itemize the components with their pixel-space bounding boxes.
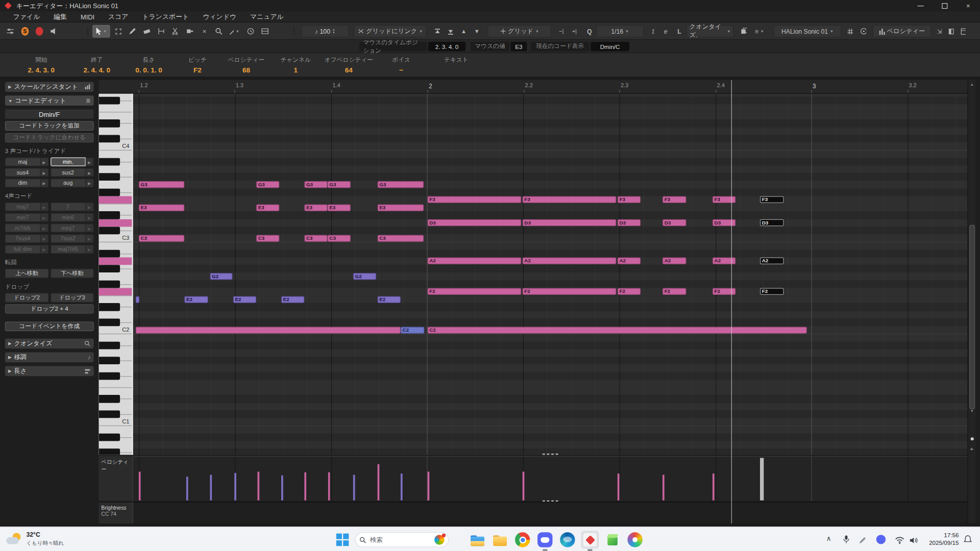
part-edit-mode-dropdown[interactable]: ≡▼ [751, 25, 768, 37]
inversion-button-上へ移動[interactable]: 上へ移動 [5, 269, 48, 278]
midi-note[interactable]: F2 [760, 288, 784, 295]
chord-button-arrow-icon[interactable]: ▶ [86, 168, 94, 177]
chord-button-arrow-icon[interactable]: ▶ [40, 234, 48, 243]
zoom-tool[interactable] [212, 25, 226, 37]
pinwheel-app-icon[interactable] [626, 531, 644, 548]
info-field[interactable]: 開始2. 4. 3. 0 [12, 56, 70, 73]
velocity-bar[interactable] [234, 473, 236, 500]
info-field[interactable]: 終了2. 4. 4. 0 [70, 56, 124, 73]
menu-item-4[interactable]: トランスポート [135, 11, 196, 22]
chord-button-arrow-icon[interactable]: ▶ [86, 203, 94, 211]
nudge-up-icon[interactable] [431, 25, 444, 37]
info-field[interactable]: ピッチF2 [174, 56, 221, 73]
piano-key-black[interactable] [99, 395, 120, 403]
midi-note[interactable]: G3 [378, 181, 424, 188]
nudge-down-icon[interactable] [445, 25, 457, 37]
piano-keyboard[interactable]: C4C3C2C1 [99, 94, 133, 455]
chord-button-maj7/#5[interactable]: maj7/#5 [51, 245, 86, 254]
velocity-bar[interactable] [663, 475, 665, 500]
grid-link-dropdown[interactable]: グリッドにリンク▼ [354, 25, 426, 37]
velocity-bar[interactable] [328, 472, 330, 500]
midi-note[interactable]: A2 [663, 258, 687, 264]
menu-item-6[interactable]: マニュアル [243, 11, 290, 22]
erase-tool[interactable] [140, 25, 154, 37]
part-selector-dropdown[interactable]: HALion Sonic 01▼ [774, 25, 841, 37]
grid-type-dropdown[interactable]: グリッド▼ [487, 25, 551, 37]
midi-note[interactable]: E2 [281, 296, 304, 303]
velocity-bar[interactable] [618, 473, 620, 500]
section-scale-assistant[interactable]: ▶ スケールアシスタント [5, 82, 94, 92]
midi-note[interactable]: C3 [139, 235, 184, 241]
line-tool[interactable]: ▼ [226, 25, 242, 37]
mic-icon[interactable] [843, 535, 850, 546]
velocity-bar[interactable] [281, 475, 283, 500]
midi-note[interactable]: F3 [760, 196, 784, 203]
insert-velocity-field[interactable]: ♪ 100 ▲▼ [301, 25, 349, 37]
tray-clock[interactable]: 17:56 2025/09/15 [924, 532, 959, 546]
chord-button-min.[interactable]: min. [51, 158, 86, 166]
info-field[interactable]: テキスト [425, 56, 487, 73]
time-warp-tool[interactable] [244, 25, 258, 37]
chord-button-arrow-icon[interactable]: ▶ [86, 158, 94, 166]
midi-note[interactable] [136, 327, 401, 333]
chord-button-aug[interactable]: aug [51, 179, 86, 187]
playhead[interactable] [731, 80, 732, 523]
piano-key-black[interactable] [99, 249, 120, 257]
midi-note[interactable]: E3 [304, 204, 327, 211]
section-transpose[interactable]: ▶ 移調 ♪ [5, 353, 94, 363]
velocity-bar[interactable] [760, 458, 764, 500]
chord-button-arrow-icon[interactable]: ▶ [86, 223, 94, 232]
info-field-value[interactable]: 2. 4. 4. 0 [84, 66, 110, 74]
midi-note[interactable]: E3 [256, 204, 279, 211]
folder-icon[interactable] [491, 531, 508, 548]
piano-key-black[interactable] [99, 227, 120, 234]
chord-button-min6[interactable]: min6 [51, 213, 86, 222]
midi-note[interactable]: F2 [428, 288, 522, 295]
midi-note[interactable]: C3 [304, 235, 327, 241]
section-quantize[interactable]: ▶ クオンタイズ [5, 339, 94, 349]
midi-note[interactable]: E2 [184, 296, 208, 303]
event-colors-dropdown[interactable]: ベロシティー [872, 25, 931, 37]
menu-item-2[interactable]: MIDI [74, 11, 101, 22]
zoom-dot-icon[interactable] [971, 437, 974, 440]
midi-note[interactable]: F3 [713, 196, 736, 203]
weather-desc[interactable]: くもり時々晴れ [26, 540, 64, 547]
midi-note[interactable]: F3 [663, 196, 687, 203]
piano-key-black[interactable] [99, 410, 120, 418]
midi-note[interactable]: G3 [304, 181, 327, 188]
move-down-icon[interactable]: ▼ [471, 25, 483, 37]
drop-button-ドロップ2[interactable]: ドロップ2 [5, 293, 48, 302]
maximize-button[interactable] [933, 0, 957, 11]
midi-note[interactable]: E3 [378, 204, 424, 211]
discord-tray-icon[interactable] [876, 535, 886, 544]
mute-tool[interactable]: × [198, 25, 211, 37]
notification-bell-icon[interactable] [964, 535, 972, 546]
menu-item-0[interactable]: ファイル [6, 11, 47, 22]
note-grid[interactable]: G3G3G3G3G3E3E3E3E3E3C3C3C3C3C3F3F3F3F3F3… [133, 94, 968, 455]
midi-note[interactable]: F3 [618, 196, 641, 203]
editor-setup-icon[interactable] [3, 25, 17, 37]
range-tool[interactable] [111, 25, 125, 37]
midi-note[interactable]: G3 [139, 181, 184, 188]
search-box[interactable]: 検索 [355, 532, 449, 547]
weather-icon[interactable] [6, 532, 22, 548]
piano-key-black[interactable] [99, 211, 120, 219]
info-field-value[interactable]: 68 [242, 66, 250, 74]
cc-lane-header[interactable]: Brightness CC 74 [99, 502, 133, 523]
chord-button-arrow-icon[interactable]: ▶ [40, 223, 48, 232]
midi-note[interactable]: D3 [618, 219, 641, 226]
pattern-tool[interactable] [258, 25, 272, 37]
info-field-value[interactable]: − [399, 66, 403, 74]
info-field-value[interactable]: 1 [293, 66, 298, 74]
glue-tool[interactable] [183, 25, 197, 37]
weather-temp[interactable]: 32°C [26, 531, 40, 538]
midi-note[interactable]: E2 [233, 296, 256, 303]
velocity-bar[interactable] [353, 475, 355, 500]
chord-button-arrow-icon[interactable]: ▶ [86, 234, 94, 243]
inversion-button-下へ移動[interactable]: 下へ移動 [51, 269, 94, 278]
velocity-bar[interactable] [401, 473, 403, 500]
quantize-preset-dropdown[interactable]: 1/16▼ [596, 25, 644, 37]
chord-button-arrow-icon[interactable]: ▶ [40, 245, 48, 254]
velocity-bar[interactable] [378, 464, 380, 500]
section-chord-edit[interactable]: ▼ コードエディット ≣ [5, 95, 94, 106]
